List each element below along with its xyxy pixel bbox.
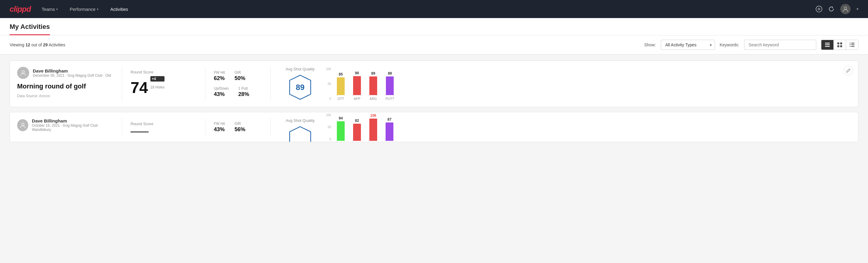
filter-bar: Viewing 12 out of 29 Activities Show: Al… <box>0 35 868 55</box>
card-2-round-score-label: Round Score <box>130 122 197 126</box>
sub-stat-row-2: Up/Down 43% 1 Putt 28% <box>214 86 262 97</box>
svg-rect-4 <box>825 43 830 43</box>
fw-hit-stat: FW Hit 62% <box>214 70 225 82</box>
card-2-bar-app: 82 <box>353 119 361 141</box>
card-2-fw-hit: FW Hit 43% <box>214 122 225 133</box>
svg-point-3 <box>844 7 847 9</box>
bar-app-fill <box>353 76 361 95</box>
show-label: Show: <box>644 42 656 47</box>
view-list-button[interactable] <box>846 40 858 50</box>
svg-rect-5 <box>825 45 830 46</box>
bar-arg-axis-label: ARG <box>370 97 377 100</box>
activity-type-select[interactable]: All Activity Types <box>661 40 715 50</box>
svg-point-19 <box>22 123 24 125</box>
gir-stat: GIR 50% <box>235 70 245 82</box>
activity-card: Dave Billingham December 05, 2021 · Gog … <box>10 60 858 107</box>
logo[interactable]: clippd <box>10 4 31 14</box>
card-2-sub-stat-row: FW Hit 43% GIR 56% <box>214 122 262 133</box>
nav-performance[interactable]: Performance ▾ <box>69 4 99 14</box>
bar-app-label: 90 <box>355 71 359 75</box>
user-date: December 05, 2021 · Gog Magog Golf Club … <box>33 74 111 78</box>
data-source: Data Source: Arccos <box>17 94 114 98</box>
card-2-fw-hit-value: 43% <box>214 126 225 133</box>
card-2-bar-arg: 106 <box>369 113 377 141</box>
avg-shot-quality-section: Avg Shot Quality 89 <box>279 67 321 101</box>
svg-rect-14 <box>851 45 855 46</box>
nav-icons: ▾ <box>816 4 858 14</box>
nav-teams[interactable]: Teams ▾ <box>40 4 59 14</box>
card-2-divider <box>122 118 122 136</box>
one-putt-stat: 1 Putt 28% <box>238 86 249 97</box>
bar-putt-axis-label: PUTT <box>385 97 394 100</box>
page-title: My Activities <box>10 23 50 35</box>
card-2-bar-group: 94 82 106 87 <box>337 113 851 141</box>
chevron-down-icon: ▾ <box>56 7 58 11</box>
one-putt-value: 28% <box>238 91 249 97</box>
user-name-2: Dave Billingham <box>32 118 114 123</box>
sub-stats-section: FW Hit 62% GIR 50% Up/Down 43% 1 Putt 28… <box>214 67 262 101</box>
user-date-2: October 16, 2021 · Gog Magog Golf Club ·… <box>32 123 114 132</box>
shot-quality-chart: 100 50 0 85 OTT 90 APP <box>321 67 851 101</box>
svg-rect-15 <box>850 46 850 47</box>
bar-putt-label: 89 <box>388 71 392 76</box>
card-2-gir-value: 56% <box>235 126 245 133</box>
score-value: 74 <box>130 80 148 95</box>
gir-value: 50% <box>235 75 245 82</box>
svg-rect-16 <box>851 46 855 47</box>
avatar[interactable] <box>840 4 850 14</box>
card-2-quality: Avg Shot Quality <box>279 118 321 136</box>
updown-value: 43% <box>214 91 228 97</box>
activities-list: Dave Billingham December 05, 2021 · Gog … <box>0 55 868 148</box>
sub-stat-row-1: FW Hit 62% GIR 50% <box>214 70 262 82</box>
svg-rect-6 <box>825 46 830 47</box>
card-user-section: Dave Billingham December 05, 2021 · Gog … <box>17 67 114 101</box>
svg-rect-12 <box>851 43 855 43</box>
svg-rect-11 <box>850 43 850 43</box>
gir-label: GIR <box>235 70 245 75</box>
card-2-y-axis: 100 50 0 <box>326 113 332 141</box>
card-2-divider-2 <box>205 118 206 136</box>
view-compact-button[interactable] <box>822 40 834 50</box>
view-toggle-group <box>821 40 858 50</box>
activity-type-select-wrapper: All Activity Types <box>661 40 715 50</box>
y-axis: 100 50 0 <box>326 67 332 100</box>
bar-group: 85 OTT 90 APP 89 ARG <box>337 67 851 100</box>
bar-app-axis-label: APP <box>354 97 360 100</box>
svg-rect-8 <box>840 42 842 45</box>
y-label-50: 50 <box>328 82 331 85</box>
svg-rect-13 <box>850 45 850 46</box>
card-2-quality-label: Avg Shot Quality <box>286 118 315 123</box>
view-grid-button[interactable] <box>834 40 846 50</box>
bar-arg-label: 89 <box>371 71 375 76</box>
svg-rect-10 <box>840 46 842 48</box>
user-info-2: Dave Billingham October 16, 2021 · Gog M… <box>32 118 114 132</box>
svg-rect-9 <box>837 46 839 48</box>
card-2-gir-label: GIR <box>235 122 245 126</box>
bar-ott-axis-label: OTT <box>337 97 344 100</box>
user-avatar <box>17 67 29 79</box>
search-input[interactable] <box>744 40 816 50</box>
keywords-label: Keywords: <box>720 42 739 47</box>
bar-app: 90 APP <box>353 71 361 100</box>
refresh-button[interactable] <box>828 6 834 12</box>
bar-ott-fill <box>337 77 345 95</box>
user-row-2: Dave Billingham October 16, 2021 · Gog M… <box>17 118 114 132</box>
card-2-bar-ott: 94 <box>337 116 345 141</box>
nav-activities[interactable]: Activities <box>109 4 129 14</box>
navbar: clippd Teams ▾ Performance ▾ Activities <box>0 0 868 18</box>
avatar-chevron: ▾ <box>857 7 858 11</box>
svg-marker-20 <box>290 127 311 142</box>
activity-title: Morning round of golf <box>17 83 114 90</box>
user-row: Dave Billingham December 05, 2021 · Gog … <box>17 67 114 79</box>
round-score-section: Round Score 74 +4 18 Holes <box>130 67 197 101</box>
updown-stat: Up/Down 43% <box>214 86 228 97</box>
card-2-sub-stats: FW Hit 43% GIR 56% <box>214 118 262 136</box>
add-button[interactable] <box>816 6 822 12</box>
user-name: Dave Billingham <box>33 68 111 74</box>
card-2-fw-hit-label: FW Hit <box>214 122 225 126</box>
fw-hit-label: FW Hit <box>214 70 225 75</box>
round-score-label: Round Score <box>130 70 197 74</box>
bar-ott-label: 85 <box>339 72 343 77</box>
svg-point-17 <box>22 71 24 73</box>
fw-hit-value: 62% <box>214 75 225 82</box>
